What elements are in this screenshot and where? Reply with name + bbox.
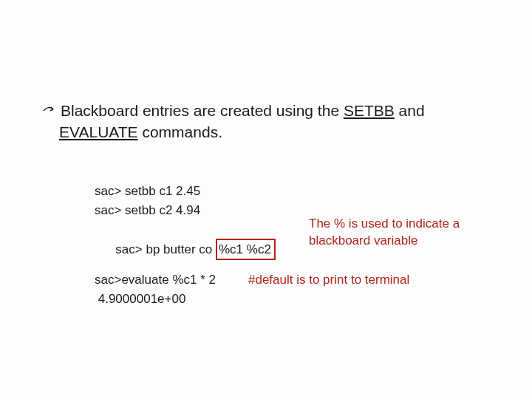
code-line-2: sac> setbb c2 4.94 — [95, 201, 276, 220]
intro-prefix: Blackboard entries are created using the — [61, 102, 344, 119]
note-right: The % is used to indicate a blackboard v… — [309, 216, 479, 250]
eval-block: sac>evaluate %c1 * 2 4.9000001e+00 — [95, 270, 216, 308]
bullet-arrow-icon — [43, 101, 56, 122]
intro-paragraph: Blackboard entries are created using the… — [59, 100, 488, 143]
intro-cmd2: EVALUATE — [59, 123, 138, 140]
code-line-3-boxed: %c1 %c2 — [216, 239, 276, 261]
eval-comment: #default is to print to terminal — [248, 270, 409, 290]
code-block: sac> setbb c1 2.45 sac> setbb c2 4.94 sa… — [95, 182, 276, 279]
intro-mid: and — [395, 102, 425, 119]
slide: Blackboard entries are created using the… — [0, 0, 532, 399]
eval-line-1: sac>evaluate %c1 * 2 — [95, 270, 216, 290]
code-line-3-pre: sac> bp butter co — [115, 242, 216, 256]
code-line-1: sac> setbb c1 2.45 — [95, 182, 276, 201]
intro-cmd1: SETBB — [344, 102, 395, 119]
eval-line-2: 4.9000001e+00 — [95, 290, 216, 309]
intro-suffix: commands. — [138, 123, 222, 140]
